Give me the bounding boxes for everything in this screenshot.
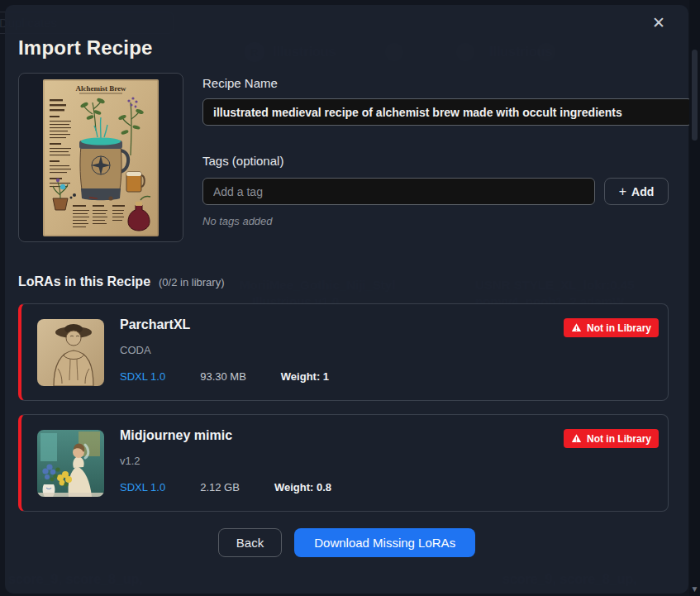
lora-version: CODA — [120, 344, 151, 356]
not-in-library-label: Not in Library — [587, 433, 651, 445]
import-recipe-modal: ✕ Import Recipe Alchemist Brew — [5, 5, 688, 594]
recipe-thumbnail-image: Alchemist Brew — [43, 79, 159, 236]
download-missing-loras-button[interactable]: Download Missing LoRAs — [294, 528, 475, 557]
lora-section-heading-row: LoRAs in this Recipe (0/2 in library) — [18, 274, 225, 289]
lora-file-size: 2.12 GB — [200, 481, 240, 493]
add-tag-button-label: Add — [631, 185, 654, 198]
lora-name: ParchartXL — [120, 317, 190, 332]
scrollbar-down-arrow-icon[interactable]: ▼ — [689, 584, 700, 594]
lora-section-title: LoRAs in this Recipe — [18, 274, 150, 289]
lora-base-model-link[interactable]: SDXL 1.0 — [120, 481, 165, 493]
lora-card: ParchartXL CODA SDXL 1.0 93.30 MB Weight… — [18, 303, 669, 401]
lora-meta-row: SDXL 1.0 93.30 MB Weight: 1 — [120, 370, 329, 383]
recipe-thumbnail-frame: Alchemist Brew — [18, 73, 183, 242]
lora-name: Midjourney mimic — [120, 428, 232, 443]
svg-text:Alchemist Brew: Alchemist Brew — [75, 84, 126, 93]
recipe-name-label: Recipe Name — [202, 76, 278, 90]
tag-input[interactable] — [202, 178, 595, 205]
no-tags-text: No tags added — [202, 215, 273, 227]
page-scrollbar[interactable]: ▼ — [689, 0, 700, 596]
lora-base-model-link[interactable]: SDXL 1.0 — [120, 370, 165, 383]
warning-icon — [571, 322, 582, 333]
lora-meta-row: SDXL 1.0 2.12 GB Weight: 0.8 — [120, 481, 331, 493]
warning-icon — [571, 433, 582, 444]
tags-label: Tags (optional) — [202, 154, 283, 168]
plus-icon: + — [619, 184, 626, 199]
close-icon[interactable]: ✕ — [652, 15, 665, 31]
lora-weight: Weight: 1 — [281, 370, 329, 383]
lora-file-size: 93.30 MB — [200, 370, 246, 383]
page-title: Import Recipe — [18, 36, 153, 60]
lora-library-count: (0/2 in library) — [159, 276, 224, 288]
back-button[interactable]: Back — [218, 528, 282, 557]
scrollbar-thumb[interactable] — [692, 50, 698, 141]
add-tag-button[interactable]: + Add — [604, 178, 669, 205]
lora-version: v1.2 — [120, 455, 140, 467]
not-in-library-badge: Not in Library — [564, 318, 659, 337]
not-in-library-badge: Not in Library — [564, 429, 659, 448]
lora-weight: Weight: 0.8 — [274, 481, 331, 493]
lora-card: Midjourney mimic v1.2 SDXL 1.0 2.12 GB W… — [18, 414, 669, 512]
modal-footer: Back Download Missing LoRAs — [5, 528, 688, 557]
lora-thumbnail — [37, 430, 104, 497]
not-in-library-label: Not in Library — [587, 322, 651, 334]
recipe-name-input[interactable] — [202, 98, 693, 126]
lora-thumbnail — [37, 319, 104, 386]
